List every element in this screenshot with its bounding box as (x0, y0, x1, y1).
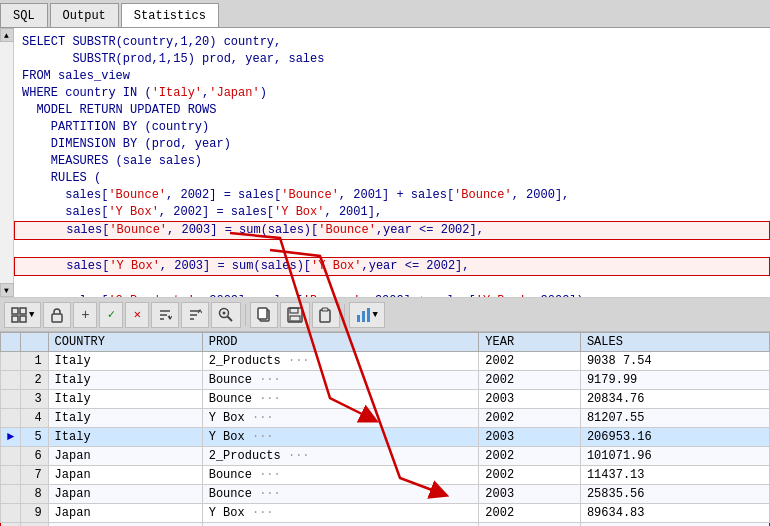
cell-country: Italy (48, 371, 202, 390)
cell-sales: 25835.56 (580, 485, 769, 504)
plus-icon: + (81, 307, 89, 323)
tab-bar: SQL Output Statistics (0, 0, 770, 28)
cell-prod: Bounce ··· (202, 371, 479, 390)
table-row[interactable]: 7JapanBounce ···200211437.13 (1, 466, 770, 485)
cell-country: Japan (48, 447, 202, 466)
sort-icon (158, 308, 172, 322)
cell-year: 2003 (479, 428, 581, 447)
svg-rect-12 (290, 316, 300, 321)
cell-prod: 2_Products ··· (202, 352, 479, 371)
svg-rect-3 (20, 316, 26, 322)
grid-btn[interactable]: ▼ (4, 302, 41, 328)
col-prod[interactable]: PROD (202, 333, 479, 352)
grid-dropdown: ▼ (29, 310, 34, 320)
cell-sales: 101071.96 (580, 447, 769, 466)
row-number: 7 (21, 466, 48, 485)
chart-btn[interactable]: ▼ (349, 302, 384, 328)
svg-rect-15 (357, 315, 360, 322)
table-row[interactable]: 3ItalyBounce ···200320834.76 (1, 390, 770, 409)
row-number: 4 (21, 409, 48, 428)
watermark: @ITPUB博客 (706, 508, 766, 522)
sql-text[interactable]: SELECT SUBSTR(country,1,20) country, SUB… (14, 28, 770, 297)
cell-country: Italy (48, 352, 202, 371)
cell-prod: Bounce ··· (202, 485, 479, 504)
search-btn[interactable] (211, 302, 241, 328)
cell-country: Italy (48, 390, 202, 409)
cell-year: 2003 (479, 485, 581, 504)
cell-sales: 11437.13 (580, 466, 769, 485)
cell-prod: 2_Products ··· (202, 447, 479, 466)
row-number: 3 (21, 390, 48, 409)
cell-year: 2003 (479, 523, 581, 527)
cell-prod: Y Box ··· (202, 523, 479, 527)
col-year[interactable]: YEAR (479, 333, 581, 352)
table-row[interactable]: 8JapanBounce ···200325835.56 (1, 485, 770, 504)
row-indicator (1, 390, 21, 409)
cell-prod: Bounce ··· (202, 390, 479, 409)
cell-year: 2002 (479, 409, 581, 428)
save-btn[interactable] (280, 302, 310, 328)
scroll-up[interactable]: ▲ (0, 28, 14, 42)
tab-sql[interactable]: SQL (0, 3, 48, 27)
svg-rect-0 (12, 308, 18, 314)
row-number: 1 (21, 352, 48, 371)
cell-sales: 247122.23 (580, 523, 769, 527)
tab-statistics[interactable]: Statistics (121, 3, 219, 27)
search-icon (218, 307, 234, 323)
row-indicator (1, 371, 21, 390)
row-indicator (1, 352, 21, 371)
svg-rect-4 (52, 314, 62, 322)
lock-btn[interactable] (43, 302, 71, 328)
save-icon (287, 307, 303, 323)
table-row[interactable]: 1Italy2_Products ···20029038 7.54 (1, 352, 770, 371)
scroll-down[interactable]: ▼ (0, 283, 14, 297)
table-row[interactable]: 6Japan2_Products ···2002101071.96 (1, 447, 770, 466)
svg-rect-9 (258, 308, 267, 319)
col-sales[interactable]: SALES (580, 333, 769, 352)
sort-btn[interactable] (151, 302, 179, 328)
row-indicator (1, 504, 21, 523)
sql-editor: ▲ ▼ SELECT SUBSTR(country,1,20) country,… (0, 28, 770, 298)
row-indicator: ► (1, 428, 21, 447)
cell-sales: 20834.76 (580, 390, 769, 409)
sort2-btn[interactable] (181, 302, 209, 328)
copy-btn[interactable] (250, 302, 278, 328)
cell-sales: 9038 7.54 (580, 352, 769, 371)
row-indicator (1, 447, 21, 466)
chart-icon (356, 307, 372, 323)
row-number: 2 (21, 371, 48, 390)
col-country[interactable]: COUNTRY (48, 333, 202, 352)
paste-btn[interactable] (312, 302, 340, 328)
table-row[interactable]: ►5ItalyY Box ···2003206953.16 (1, 428, 770, 447)
toolbar: ▼ + ✓ ✕ (0, 298, 770, 332)
row-number: 5 (21, 428, 48, 447)
table-row[interactable]: 10JapanY Box ···2003247122.23 (1, 523, 770, 527)
data-grid-container: COUNTRY PROD YEAR SALES 1Italy2_Products… (0, 332, 770, 526)
row-indicator (1, 485, 21, 504)
cell-sales: 9179.99 (580, 371, 769, 390)
cell-year: 2002 (479, 504, 581, 523)
cell-prod: Y Box ··· (202, 428, 479, 447)
cell-year: 2002 (479, 466, 581, 485)
cell-year: 2003 (479, 390, 581, 409)
chart-dropdown: ▼ (372, 310, 377, 320)
table-row[interactable]: 2ItalyBounce ···20029179.99 (1, 371, 770, 390)
cell-country: Japan (48, 485, 202, 504)
cell-year: 2002 (479, 447, 581, 466)
cancel-btn[interactable]: ✕ (125, 302, 149, 328)
add-btn[interactable]: + (73, 302, 97, 328)
cell-sales: 206953.16 (580, 428, 769, 447)
cell-year: 2002 (479, 352, 581, 371)
row-number: 9 (21, 504, 48, 523)
sort2-icon (188, 308, 202, 322)
svg-rect-2 (12, 316, 18, 322)
svg-rect-16 (362, 311, 365, 322)
cell-prod: Y Box ··· (202, 504, 479, 523)
tab-output[interactable]: Output (50, 3, 119, 27)
confirm-btn[interactable]: ✓ (99, 302, 123, 328)
table-row[interactable]: 4ItalyY Box ···200281207.55 (1, 409, 770, 428)
cell-country: Japan (48, 523, 202, 527)
data-grid: COUNTRY PROD YEAR SALES 1Italy2_Products… (0, 332, 770, 526)
table-row[interactable]: 9JapanY Box ···200289634.83 (1, 504, 770, 523)
cell-country: Italy (48, 409, 202, 428)
